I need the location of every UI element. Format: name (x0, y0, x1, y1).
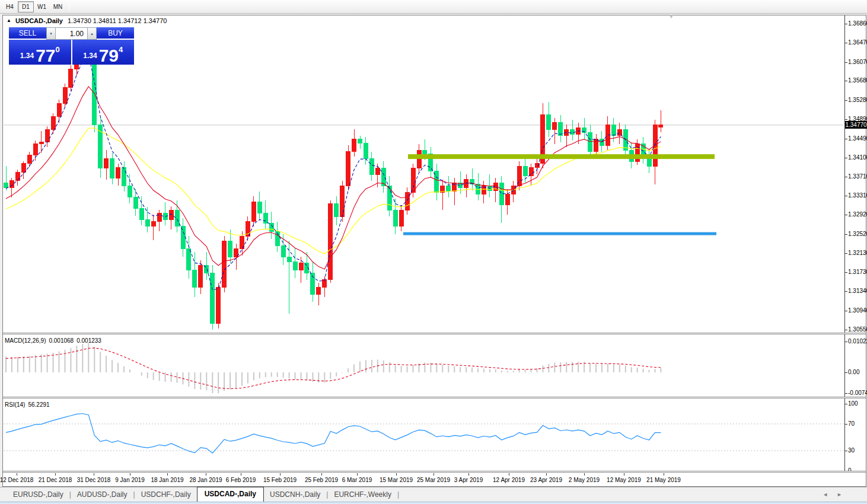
macd-indicator-chart[interactable] (4, 336, 844, 397)
price-axis-tick (845, 196, 847, 196)
time-axis-label: 21 Dec 2018 (33, 477, 77, 483)
rsi-indicator-chart[interactable] (4, 400, 844, 471)
price-axis-tick (845, 311, 847, 311)
tab-eurusd-daily[interactable]: EURUSD-,Daily (7, 488, 69, 502)
timeframe-button-d1[interactable]: D1 (18, 1, 34, 12)
sell-price-pip: 0 (56, 45, 60, 54)
time-axis-tick (584, 473, 585, 476)
price-axis-label: 1.33310 (848, 192, 867, 199)
rsi-axis-tick (845, 424, 847, 425)
macd-name: MACD(12,26,9) (5, 337, 46, 344)
sell-button[interactable]: SELL (9, 27, 46, 40)
timeframe-button-w1[interactable]: W1 (34, 1, 50, 12)
price-axis-label: 1.35680 (848, 77, 867, 84)
price-axis-tick (845, 272, 847, 273)
price-axis-tick (845, 158, 847, 158)
time-axis-label: 3 Apr 2019 (447, 477, 490, 483)
chart-shift-marker-icon[interactable]: ▼ (668, 13, 674, 20)
time-axis-tick (167, 473, 168, 476)
time-axis-label: 15 Feb 2019 (258, 477, 302, 483)
time-axis-tick (546, 473, 547, 476)
timeframe-button-h4[interactable]: H4 (2, 1, 18, 12)
price-axis-tick (845, 330, 847, 330)
candlestick-chart[interactable] (4, 24, 844, 333)
chart-tab-bar: EURUSD-,Daily|AUDUSD-,Daily|USDCHF-,Dail… (0, 487, 867, 502)
time-axis-label: 21 May 2019 (642, 477, 686, 483)
price-axis-tick (845, 43, 847, 43)
tab-scroll-left-icon[interactable]: ◄ (823, 492, 828, 497)
timeframe-buttons: H4D1W1MN (2, 0, 66, 13)
macd-axis-label: 0.00 (848, 369, 859, 376)
tab-usdcnh-daily[interactable]: USDCNH-,Daily (264, 488, 326, 502)
price-axis-tick (845, 215, 847, 215)
support-trendline[interactable] (403, 232, 716, 235)
time-axis-tick (206, 473, 206, 476)
tab-separator: | (397, 490, 399, 502)
chart-title-bar: ▲ USDCAD-,Daily 1.34730 1.34811 1.34712 … (7, 17, 167, 24)
buy-price-prefix: 1.34 (83, 52, 97, 60)
tab-usdcad-daily[interactable]: USDCAD-,Daily (197, 487, 264, 502)
macd-axis-label: -0.007477 (848, 390, 867, 397)
tab-eurchf-weekly[interactable]: EURCHF-,Weekly (328, 488, 397, 502)
timeframe-button-mn[interactable]: MN (50, 1, 66, 12)
macd-axis-label: 0.010229 (848, 338, 867, 345)
volume-increase-button[interactable]: ▲ (87, 27, 97, 40)
macd-axis-tick (845, 342, 847, 342)
rsi-name: RSI(14) (5, 401, 25, 408)
time-axis-tick (55, 473, 56, 476)
price-axis-tick (845, 139, 847, 139)
chart-title-symbol: USDCAD-,Daily (15, 17, 63, 24)
time-axis-tick (130, 473, 130, 476)
rsi-label: RSI(14) 56.2291 (5, 401, 50, 408)
volume-input[interactable] (56, 27, 87, 40)
chart-tabs: EURUSD-,Daily|AUDUSD-,Daily|USDCHF-,Dail… (7, 487, 399, 502)
price-axis-label: 1.34100 (848, 154, 867, 161)
tab-scroll-right-icon[interactable]: ► (837, 492, 842, 497)
rsi-axis-label: 70 (848, 420, 855, 428)
price-axis-tick (845, 291, 847, 292)
price-axis-label: 1.36470 (848, 39, 867, 46)
time-axis-label: 18 Jan 2019 (145, 477, 189, 483)
buy-button[interactable]: BUY (97, 27, 134, 40)
panel-separator[interactable] (3, 333, 866, 334)
time-axis-label: 23 Apr 2019 (524, 477, 568, 483)
sell-price-button[interactable]: 1.34 77 0 (9, 40, 71, 65)
price-axis-label: 1.32520 (848, 231, 867, 238)
triangle-up-icon: ▲ (90, 32, 94, 36)
price-axis-tick (845, 253, 847, 254)
macd-axis-tick (845, 393, 847, 394)
ma-mid-line (6, 87, 661, 269)
macd-label: MACD(12,26,9) 0.001068 0.001233 (5, 337, 101, 344)
price-axis-tick (845, 119, 847, 120)
price-axis-tick (845, 81, 847, 81)
volume-decrease-button[interactable]: ▼ (46, 27, 56, 40)
collapse-panel-icon[interactable]: ▲ (7, 18, 11, 23)
tab-usdchf-daily[interactable]: USDCHF-,Daily (135, 488, 197, 502)
price-axis-label: 1.32920 (848, 211, 867, 218)
panel-separator[interactable] (3, 397, 866, 398)
time-axis-tick (94, 473, 94, 476)
time-axis-tick (509, 473, 509, 476)
macd-value: 0.001068 (49, 337, 74, 344)
buy-price-button[interactable]: 1.34 79 4 (72, 40, 135, 65)
time-axis-tick (624, 473, 624, 476)
time-axis-label: 6 Mar 2019 (335, 477, 379, 483)
tab-audusd-daily[interactable]: AUDUSD-,Daily (71, 488, 133, 502)
panel-separator[interactable] (3, 471, 866, 473)
one-click-trading-panel: SELL ▼ ▲ BUY 1.34 77 0 1.34 79 4 (9, 27, 134, 65)
macd-histogram (6, 343, 661, 394)
macd-axis-tick (845, 372, 847, 373)
macd-signal-line (6, 348, 661, 389)
resistance-trendline[interactable] (408, 154, 715, 159)
time-axis-label: 2 May 2019 (562, 477, 606, 483)
buy-price-big: 79 (99, 48, 119, 63)
status-bar-strip (0, 502, 867, 504)
time-axis-tick (357, 473, 358, 476)
sell-price-big: 77 (36, 48, 55, 63)
price-axis-label: 1.30940 (848, 307, 867, 314)
rsi-axis-label: 100 (848, 400, 858, 407)
timeframe-toolbar: H4D1W1MN (0, 0, 867, 14)
price-axis-tick (845, 62, 847, 63)
price-axis-line (844, 15, 845, 471)
time-axis-tick (17, 473, 17, 476)
